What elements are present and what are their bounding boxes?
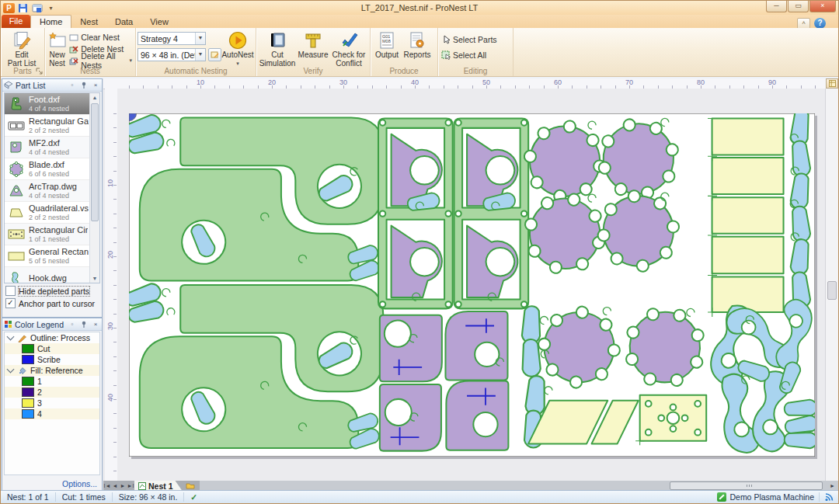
new-nest-button[interactable]: New Nest xyxy=(47,30,68,68)
legend-row-ref3[interactable]: 3 xyxy=(5,398,99,408)
help-icon[interactable]: ? xyxy=(814,18,826,29)
check-for-conflict-button[interactable]: Check for Conflict xyxy=(329,30,368,68)
tab-home[interactable]: Home xyxy=(30,15,71,28)
color-legend-header: Color Legend ▫ × xyxy=(2,318,102,331)
canvas-vertical-scrollbar[interactable] xyxy=(825,89,838,482)
delete-all-nests-caret-icon: ▾ xyxy=(129,57,132,64)
part-list-item-rectangular-ga[interactable]: Rectangular Ga2 of 2 nested xyxy=(5,115,99,137)
nest-tab-icon xyxy=(138,482,146,490)
color-legend-icon xyxy=(4,320,12,328)
edit-part-list-button[interactable]: Edit Part List xyxy=(2,30,41,68)
hide-depleted-checkbox[interactable]: Hide depleted parts xyxy=(5,286,102,296)
color-legend-panel: Color Legend ▫ × Outline: Process Cut xyxy=(2,318,103,492)
nest-canvas: 10 20 30 40 50 60 70 80 90 10 20 30 40 xyxy=(103,78,838,482)
part-list-panel: Part List ▫ × Foot.dxf4 of 4 nested Rect… xyxy=(2,78,103,318)
legend-row-ref4[interactable]: 4 xyxy=(5,408,99,419)
part-icon-mf2 xyxy=(7,140,26,155)
plate-size-select[interactable]: 96 × 48 in. (Defaul ▼ xyxy=(138,48,206,61)
clear-nest-icon xyxy=(69,33,78,42)
network-signal-icon[interactable] xyxy=(824,492,835,502)
minimize-button[interactable]: ─ xyxy=(766,1,787,12)
select-all-button[interactable]: Select All xyxy=(440,50,499,61)
part-list-item-rectangular-cir[interactable]: Rectangular Cir1 of 1 nested xyxy=(5,224,99,245)
legend-group-fill[interactable]: Fill: Reference xyxy=(5,365,99,376)
panel-float-icon[interactable]: ▫ xyxy=(68,320,77,328)
tab-view[interactable]: View xyxy=(141,16,177,28)
legend-row-scribe[interactable]: Scribe xyxy=(5,354,99,365)
maximize-button[interactable]: ▭ xyxy=(788,1,809,12)
scribe-color-swatch xyxy=(22,355,34,364)
tab-data[interactable]: Data xyxy=(106,16,141,28)
machine-name[interactable]: Demo Plasma Machine xyxy=(729,492,814,502)
legend-row-cut[interactable]: Cut xyxy=(5,343,99,354)
part-icon-rectangular-circle xyxy=(7,227,26,242)
measure-button[interactable]: Measure xyxy=(297,30,329,68)
panel-close-icon[interactable]: × xyxy=(91,320,100,328)
scroll-up-icon[interactable]: ▲ xyxy=(90,93,99,102)
output-button[interactable]: G01M08 Output xyxy=(372,30,402,68)
legend-row-ref2[interactable]: 2 xyxy=(5,387,99,398)
new-nest-tab-icon xyxy=(186,482,195,489)
panel-pin-icon[interactable] xyxy=(79,320,89,328)
plate-size-caret-icon: ▼ xyxy=(195,49,205,61)
status-nest-count: Nest: 1 of 1 xyxy=(1,492,56,502)
group-label-produce: Produce xyxy=(371,67,437,76)
part-icon-arctrap xyxy=(7,183,26,199)
ribbon-group-produce: G01M08 Output Reports Produce xyxy=(371,28,438,76)
part-list-item-foot[interactable]: Foot.dxf4 of 4 nested xyxy=(5,93,99,115)
panel-pin-icon[interactable] xyxy=(79,81,89,89)
ref3-color-swatch xyxy=(22,398,34,408)
collapse-icon[interactable] xyxy=(7,333,15,341)
plate[interactable]: .cut{stroke:#3fa045;stroke-width:0.22;st… xyxy=(129,113,815,457)
strategy-select[interactable]: Strategy 4 ▼ xyxy=(138,32,206,45)
anchor-part-checkbox[interactable]: ✓ Anchor part to cursor xyxy=(5,298,102,308)
legend-group-outline[interactable]: Outline: Process xyxy=(5,332,99,343)
close-button[interactable]: × xyxy=(809,1,836,12)
group-label-automatic-nesting: Automatic Nesting xyxy=(136,67,256,76)
select-all-icon xyxy=(441,50,451,60)
autonest-button[interactable]: AutoNest ▾ xyxy=(221,30,254,68)
part-list-item-hook[interactable]: Hook.dwg xyxy=(5,267,99,283)
cut-simulation-button[interactable]: Cut Simulation xyxy=(258,30,297,68)
part-list-item-general-rectan[interactable]: General Rectan5 of 5 nested xyxy=(5,245,99,267)
legend-row-ref1[interactable]: 1 xyxy=(5,376,99,387)
reports-button[interactable]: Reports xyxy=(402,30,433,68)
color-legend-title: Color Legend xyxy=(15,320,65,329)
part-list-item-blade[interactable]: Blade.dxf6 of 6 nested xyxy=(5,158,99,180)
part-icon-hook xyxy=(7,270,26,284)
check-for-conflict-icon xyxy=(339,31,358,50)
select-parts-button[interactable]: Select Parts xyxy=(440,34,499,45)
part-list-item-mf2[interactable]: MF2.dxf4 of 4 nested xyxy=(5,137,99,158)
scroll-down-icon[interactable]: ▼ xyxy=(90,274,99,283)
collapse-icon[interactable] xyxy=(7,366,15,374)
panel-close-icon[interactable]: × xyxy=(91,81,100,89)
pencil-icon xyxy=(18,334,27,342)
part-list-scrollbar[interactable]: ▲ ▼ xyxy=(89,93,99,283)
nest-viewport[interactable]: .cut{stroke:#3fa045;stroke-width:0.22;st… xyxy=(117,89,826,482)
ribbon-group-nests: New Nest Clear Nest Delete Nest Delete A… xyxy=(45,28,136,76)
part-list-item-arctrap[interactable]: ArcTrap.dwg4 of 4 nested xyxy=(5,180,99,202)
tab-file[interactable]: File xyxy=(2,15,30,28)
color-legend-options-link[interactable]: Options... xyxy=(62,479,97,488)
panel-float-icon[interactable]: ▫ xyxy=(68,81,77,89)
app-window: P ▾ LT_2017_Nest.nif - ProNest LT ─ ▭ × … xyxy=(0,0,839,504)
nest-part-rectangle-group[interactable] xyxy=(708,118,783,317)
nest-part-rectangular-circle[interactable] xyxy=(635,395,706,445)
ribbon: Edit Part List Parts New Nest Clear Nest xyxy=(1,28,838,77)
edit-part-list-icon xyxy=(12,31,31,50)
parts-dialog-launcher-icon[interactable] xyxy=(36,68,44,75)
tab-nest[interactable]: Nest xyxy=(71,16,106,28)
edit-plate-button[interactable] xyxy=(208,48,221,61)
ruler-options-button[interactable] xyxy=(826,78,838,89)
part-icon-foot xyxy=(7,96,26,112)
status-valid-icon: ✓ xyxy=(184,492,204,502)
status-plate-size: Size: 96 × 48 in. xyxy=(113,492,185,502)
delete-all-nests-icon xyxy=(69,56,78,65)
part-list-item-quadrilateral[interactable]: Quadrilateral.vs2 of 2 nested xyxy=(5,202,99,224)
delete-all-nests-button[interactable]: Delete All Nests ▾ xyxy=(68,55,134,66)
reports-icon xyxy=(408,31,426,50)
ribbon-group-parts: Edit Part List Parts xyxy=(1,28,45,76)
ribbon-group-editing: Select Parts Select All Editing xyxy=(438,28,513,76)
clear-nest-button[interactable]: Clear Nest xyxy=(68,32,134,43)
window-title: LT_2017_Nest.nif - ProNest LT xyxy=(1,3,838,12)
